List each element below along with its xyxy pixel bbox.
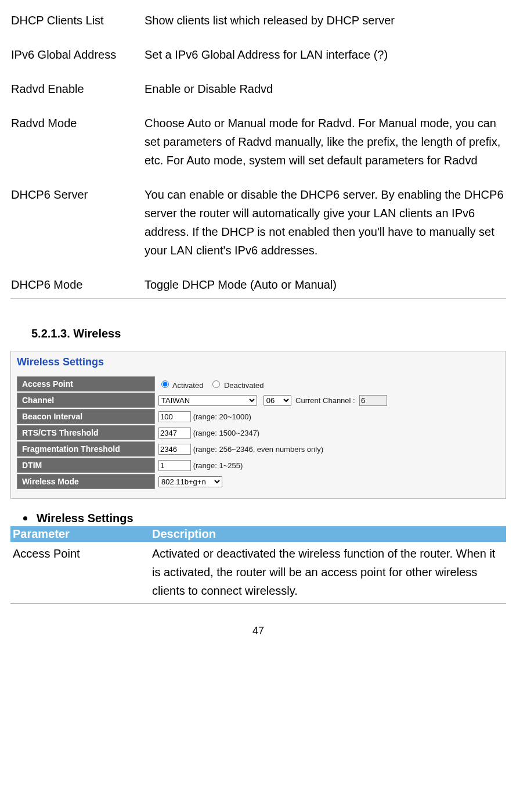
frag-input[interactable] bbox=[158, 444, 191, 455]
table-row: DHCP6 Server You can enable or disable t… bbox=[10, 185, 506, 275]
select-channel[interactable]: 06 bbox=[264, 395, 291, 406]
row-channel: Channel TAIWAN 06 Current Channel : bbox=[17, 393, 500, 408]
label-wireless-mode: Wireless Mode bbox=[17, 474, 155, 489]
panel-title: Wireless Settings bbox=[17, 356, 500, 368]
label-dtim: DTIM bbox=[17, 458, 155, 473]
bullet-heading-text: Wireless Settings bbox=[37, 512, 133, 525]
row-beacon: Beacon Interval (range: 20~1000) bbox=[17, 409, 500, 424]
table-row: DHCP6 Mode Toggle DHCP Mode (Auto or Man… bbox=[10, 275, 506, 299]
param-desc: Toggle DHCP Mode (Auto or Manual) bbox=[144, 275, 506, 299]
table-row: Radvd Enable Enable or Disable Radvd bbox=[10, 79, 506, 113]
param-name: Radvd Mode bbox=[10, 113, 144, 185]
table-row: DHCP Clients List Show clients list whic… bbox=[10, 10, 506, 45]
param-name: IPv6 Global Address bbox=[10, 45, 144, 79]
current-channel-label: Current Channel : bbox=[295, 396, 355, 405]
page-number: 47 bbox=[10, 625, 506, 637]
row-rts: RTS/CTS Threshold (range: 1500~2347) bbox=[17, 425, 500, 440]
current-channel-value bbox=[359, 395, 387, 406]
desc-text: Activated or deactivated the wireless fu… bbox=[150, 542, 506, 604]
table-row: Radvd Mode Choose Auto or Manual mode fo… bbox=[10, 113, 506, 185]
bullet-icon bbox=[23, 516, 27, 520]
beacon-range: (range: 20~1000) bbox=[193, 412, 251, 421]
select-country[interactable]: TAIWAN bbox=[158, 395, 257, 406]
rts-range: (range: 1500~2347) bbox=[193, 429, 260, 437]
param-desc: Enable or Disable Radvd bbox=[144, 79, 506, 113]
bullet-heading: Wireless Settings bbox=[23, 512, 506, 525]
radio-activated-text: Activated bbox=[172, 381, 203, 390]
param-desc: Show clients list which released by DHCP… bbox=[144, 10, 506, 45]
rts-input[interactable] bbox=[158, 427, 191, 439]
param-name: DHCP6 Server bbox=[10, 185, 144, 275]
beacon-input[interactable] bbox=[158, 411, 191, 422]
table-row: IPv6 Global Address Set a IPv6 Global Ad… bbox=[10, 45, 506, 79]
label-fragmentation: Fragmentation Threshold bbox=[17, 441, 155, 457]
frag-range: (range: 256~2346, even numbers only) bbox=[193, 445, 323, 454]
label-channel: Channel bbox=[17, 393, 155, 408]
param-name: DHCP6 Mode bbox=[10, 275, 144, 299]
row-access-point: Access Point Activated Deactivated bbox=[17, 376, 500, 391]
radio-activated[interactable] bbox=[161, 380, 169, 388]
wireless-settings-panel: Wireless Settings Access Point Activated… bbox=[10, 351, 506, 499]
header-description: Description bbox=[150, 526, 506, 542]
row-fragmentation: Fragmentation Threshold (range: 256~2346… bbox=[17, 441, 500, 457]
parameters-table: DHCP Clients List Show clients list whic… bbox=[10, 10, 506, 299]
row-wireless-mode: Wireless Mode 802.11b+g+n bbox=[17, 474, 500, 489]
label-rts: RTS/CTS Threshold bbox=[17, 425, 155, 440]
radio-deactivated-label[interactable]: Deactivated bbox=[210, 381, 264, 390]
param-desc: Choose Auto or Manual mode for Radvd. Fo… bbox=[144, 113, 506, 185]
radio-deactivated[interactable] bbox=[212, 380, 220, 388]
desc-header-row: Parameter Description bbox=[10, 526, 506, 542]
param-desc: You can enable or disable the DHCP6 serv… bbox=[144, 185, 506, 275]
row-dtim: DTIM (range: 1~255) bbox=[17, 458, 500, 473]
label-access-point: Access Point bbox=[17, 376, 155, 391]
param-name: DHCP Clients List bbox=[10, 10, 144, 45]
desc-row: Access Point Activated or deactivated th… bbox=[10, 542, 506, 604]
dtim-input[interactable] bbox=[158, 460, 191, 471]
radio-activated-label[interactable]: Activated bbox=[158, 381, 205, 390]
header-parameter: Parameter bbox=[10, 526, 150, 542]
description-table: Parameter Description Access Point Activ… bbox=[10, 526, 506, 604]
radio-deactivated-text: Deactivated bbox=[224, 381, 264, 390]
dtim-range: (range: 1~255) bbox=[193, 461, 243, 470]
section-heading: 5.2.1.3. Wireless bbox=[31, 327, 506, 340]
param-desc: Set a IPv6 Global Address for LAN interf… bbox=[144, 45, 506, 79]
param-name: Radvd Enable bbox=[10, 79, 144, 113]
label-beacon: Beacon Interval bbox=[17, 409, 155, 424]
select-wireless-mode[interactable]: 802.11b+g+n bbox=[158, 476, 222, 487]
desc-param: Access Point bbox=[10, 542, 150, 604]
